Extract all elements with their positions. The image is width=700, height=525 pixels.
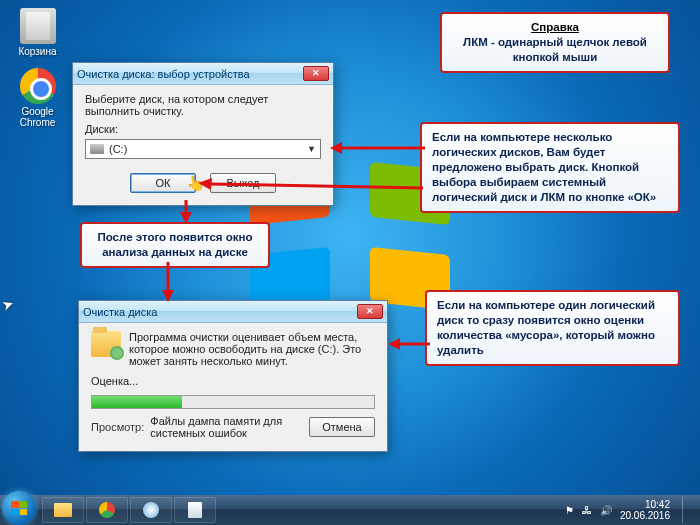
trash-icon — [20, 8, 56, 44]
app-icon — [188, 502, 202, 518]
taskbar: ⚑ 🖧 🔊 10:42 20.06.2016 — [0, 495, 700, 525]
mouse-cursor-icon: ➤ — [0, 294, 16, 313]
cleanup-folder-icon — [91, 331, 121, 357]
desktop-icon-recycle-bin[interactable]: Корзина — [10, 8, 65, 57]
titlebar[interactable]: Очистка диска: выбор устройства ✕ — [73, 63, 333, 85]
close-button[interactable]: ✕ — [303, 66, 329, 81]
disks-label: Диски: — [85, 123, 321, 135]
exit-button[interactable]: Выход — [210, 173, 276, 193]
taskbar-app[interactable] — [130, 497, 172, 523]
tray-network-icon: 🖧 — [582, 505, 592, 516]
selected-disk: (C:) — [109, 143, 127, 155]
view-value: Файлы дампа памяти для системных ошибок — [150, 415, 297, 439]
tray-flag-icon: ⚑ — [565, 505, 574, 516]
desktop-icon-chrome[interactable]: Google Chrome — [10, 68, 65, 128]
svg-marker-9 — [388, 338, 400, 350]
tray-volume-icon: 🔊 — [600, 505, 612, 516]
instruction-text: Выберите диск, на котором следует выполн… — [85, 93, 321, 117]
titlebar[interactable]: Очистка диска ✕ — [79, 301, 387, 323]
cancel-button[interactable]: Отмена — [309, 417, 375, 437]
annotation-arrow — [330, 140, 425, 160]
desktop-icon-label: Google Chrome — [10, 106, 65, 128]
score-label: Оценка... — [91, 375, 375, 387]
callout-single-disk: Если на компьютере один логический диск … — [425, 290, 680, 366]
callout-after-ok: После этого появится окно анализа данных… — [80, 222, 270, 268]
window-title: Очистка диска: выбор устройства — [77, 68, 250, 80]
progress-bar — [91, 395, 375, 409]
annotation-arrow — [160, 262, 176, 302]
progress-text: Программа очистки оценивает объем места,… — [129, 331, 375, 367]
annotation-arrow — [388, 336, 430, 352]
disk-icon — [90, 144, 104, 154]
start-button[interactable] — [2, 491, 36, 525]
hand-cursor-icon: 👆 — [185, 172, 207, 193]
clock-time: 10:42 — [620, 499, 670, 511]
show-desktop-button[interactable] — [682, 497, 692, 523]
taskbar-app[interactable] — [174, 497, 216, 523]
disk-cleanup-progress-dialog: Очистка диска ✕ Программа очистки оценив… — [78, 300, 388, 452]
taskbar-chrome[interactable] — [86, 497, 128, 523]
taskbar-clock[interactable]: 10:42 20.06.2016 — [620, 499, 670, 522]
callout-help: Справка ЛКМ - одинарный щелчок левой кно… — [440, 12, 670, 73]
callout-body: ЛКМ - одинарный щелчок левой кнопкой мыш… — [452, 35, 658, 65]
window-title: Очистка диска — [83, 306, 157, 318]
callout-heading: Справка — [452, 20, 658, 35]
desktop-icon-label: Корзина — [10, 46, 65, 57]
system-tray[interactable]: ⚑ 🖧 🔊 10:42 20.06.2016 — [557, 497, 700, 523]
close-button[interactable]: ✕ — [357, 304, 383, 319]
folder-icon — [54, 503, 72, 517]
chrome-icon — [99, 502, 115, 518]
clock-date: 20.06.2016 — [620, 510, 670, 522]
chevron-down-icon: ▼ — [307, 144, 316, 154]
disk-dropdown[interactable]: (C:) ▼ — [85, 139, 321, 159]
app-icon — [143, 502, 159, 518]
chrome-icon — [20, 68, 56, 104]
taskbar-explorer[interactable] — [42, 497, 84, 523]
callout-multi-disk: Если на компьютере несколько логических … — [420, 122, 680, 213]
view-label: Просмотр: — [91, 421, 144, 433]
